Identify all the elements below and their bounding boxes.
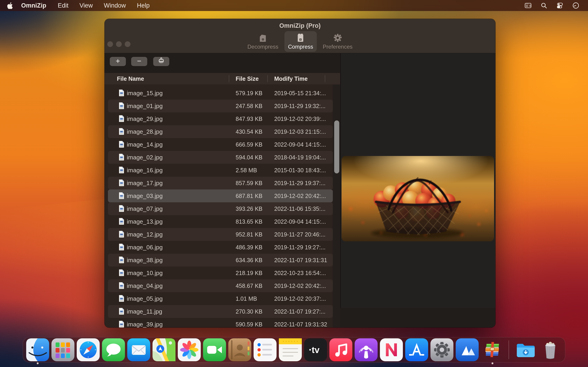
menu-item-view[interactable]: View	[74, 2, 98, 9]
file-row[interactable]: image_11.jpg270.30 KB2022-11-07 19:27:..…	[108, 305, 333, 318]
clear-list-button[interactable]	[153, 57, 169, 66]
tab-compress[interactable]: Compress	[284, 31, 317, 52]
remove-files-button[interactable]: −	[131, 57, 147, 66]
jpeg-file-icon	[119, 153, 124, 161]
file-modify-time: 2019-11-27 20:46:...	[274, 228, 326, 241]
file-row[interactable]: image_16.jpg2.58 MB2015-01-30 18:43:...	[108, 164, 333, 177]
control-center-icon[interactable]	[556, 2, 563, 9]
column-header-modify-time[interactable]: Modify Time	[274, 75, 308, 82]
jpeg-file-icon	[119, 282, 124, 289]
zoom-button[interactable]	[125, 41, 130, 47]
dock-icon-photos[interactable]	[178, 338, 201, 361]
dock-icon-trash[interactable]	[539, 338, 562, 361]
window-switcher-icon[interactable]	[525, 2, 531, 9]
close-button[interactable]	[107, 41, 113, 47]
dock-icon-news[interactable]	[380, 338, 403, 361]
file-row[interactable]: image_04.jpg458.67 KB2019-12-02 20:42:..…	[108, 279, 333, 292]
dock-icon-maps[interactable]	[153, 338, 175, 361]
dock-icon-facetime[interactable]	[203, 338, 226, 361]
dock-icon-messages[interactable]	[102, 338, 125, 361]
menu-item-window[interactable]: Window	[98, 2, 131, 9]
jpeg-file-icon	[119, 192, 124, 199]
dock-icon-contacts[interactable]	[228, 338, 251, 361]
file-row[interactable]: image_15.jpg579.19 KB2019-05-15 21:34:..…	[108, 87, 333, 100]
file-modify-time: 2022-09-04 14:15:...	[274, 138, 326, 151]
file-modify-time: 2022-11-07 19:31:32	[274, 318, 327, 327]
file-name: image_10.jpg	[127, 267, 163, 279]
jpeg-file-icon	[119, 115, 124, 122]
file-row[interactable]: image_01.jpg247.58 KB2019-11-29 19:32:..…	[108, 100, 333, 112]
file-name: image_13.jpg	[127, 215, 163, 228]
file-row[interactable]: image_14.jpg666.59 KB2022-09-04 14:15:..…	[108, 138, 333, 151]
dock-icon-tv[interactable]: tv	[304, 338, 327, 361]
file-row[interactable]: image_02.jpg594.04 KB2018-04-19 19:04:..…	[108, 151, 333, 164]
dock-icon-music[interactable]	[329, 338, 352, 361]
dock-icon-downloads[interactable]	[514, 338, 536, 361]
dock-icon-safari[interactable]	[77, 338, 100, 361]
search-icon[interactable]	[541, 2, 547, 9]
dock-icon-finder[interactable]	[26, 338, 49, 361]
dock-icon-reminders[interactable]	[254, 338, 277, 361]
column-header-file-size[interactable]: File Size	[236, 75, 259, 82]
file-name: image_02.jpg	[127, 151, 163, 164]
file-modify-time: 2022-11-06 15:35:...	[274, 202, 326, 215]
dock-icon-mountain[interactable]	[456, 338, 479, 361]
column-divider[interactable]	[229, 75, 229, 82]
file-name: image_28.jpg	[127, 125, 163, 138]
file-name: image_39.jpg	[127, 318, 163, 327]
jpeg-file-icon	[119, 308, 124, 315]
jpeg-file-icon	[119, 102, 124, 109]
clock-icon[interactable]	[572, 2, 579, 9]
menu-item-omnizip[interactable]: OmniZip	[15, 2, 52, 9]
file-row[interactable]: image_38.jpg634.36 KB2022-11-07 19:31:31	[108, 254, 333, 267]
dock-icon-launchpad[interactable]	[52, 338, 74, 361]
jpeg-file-icon	[119, 179, 124, 186]
column-divider[interactable]	[267, 75, 268, 82]
file-name: image_03.jpg	[127, 190, 163, 202]
menu-status-icons	[525, 2, 588, 9]
add-files-button[interactable]: +	[110, 57, 126, 66]
file-size: 486.39 KB	[236, 241, 262, 254]
jpeg-file-icon	[119, 320, 124, 327]
file-size: 594.04 KB	[236, 151, 262, 164]
file-row[interactable]: image_10.jpg218.19 KB2022-10-23 16:54:..…	[108, 267, 333, 279]
scrollbar-thumb[interactable]	[334, 120, 339, 173]
dock-icon-settings[interactable]	[431, 338, 453, 361]
file-size: 247.58 KB	[236, 100, 262, 112]
file-list: image_15.jpg579.19 KB2019-05-15 21:34:..…	[104, 84, 340, 327]
file-row[interactable]: image_06.jpg486.39 KB2019-11-29 19:27:..…	[108, 241, 333, 254]
file-modify-time: 2019-11-29 19:32:...	[274, 100, 326, 112]
file-name: image_12.jpg	[127, 228, 163, 241]
dock-icon-mail[interactable]	[127, 338, 150, 361]
file-row[interactable]: image_07.jpg393.26 KB2022-11-06 15:35:..…	[108, 202, 333, 215]
file-size: 847.93 KB	[236, 112, 262, 125]
file-size: 1.01 MB	[236, 292, 257, 305]
menu-item-help[interactable]: Help	[131, 2, 155, 9]
dock-icon-podcasts[interactable]	[355, 338, 378, 361]
column-header-file-name[interactable]: File Name	[117, 75, 144, 82]
jpeg-file-icon	[119, 128, 124, 135]
file-row[interactable]: image_13.jpg813.65 KB2022-09-04 14:15:..…	[108, 215, 333, 228]
dock-icon-notes[interactable]	[279, 338, 302, 361]
menu-item-edit[interactable]: Edit	[52, 2, 74, 9]
minimize-button[interactable]	[116, 41, 122, 47]
column-divider[interactable]	[325, 75, 325, 82]
file-modify-time: 2019-11-29 19:37:...	[274, 177, 326, 190]
file-size: 634.36 KB	[236, 254, 262, 267]
file-row[interactable]: image_28.jpg430.54 KB2019-12-03 21:15:..…	[108, 125, 333, 138]
dock-icon-appstore[interactable]	[405, 338, 428, 361]
file-row[interactable]: image_39.jpg590.59 KB2022-11-07 19:31:32	[108, 318, 333, 327]
file-row[interactable]: image_29.jpg847.93 KB2019-12-02 20:39:..…	[108, 112, 333, 125]
file-row[interactable]: image_12.jpg952.81 KB2019-11-27 20:46:..…	[108, 228, 333, 241]
file-row[interactable]: image_17.jpg857.59 KB2019-11-29 19:37:..…	[108, 177, 333, 190]
file-name: image_05.jpg	[127, 292, 163, 305]
jpeg-file-icon	[119, 141, 124, 148]
apple-menu-icon[interactable]	[7, 2, 13, 9]
file-row[interactable]: image_03.jpg687.81 KB2019-12-02 20:42:..…	[108, 190, 333, 202]
window-title: OmniZip (Pro)	[104, 22, 495, 29]
tab-preferences[interactable]: Preferences	[319, 31, 356, 52]
tab-decompress[interactable]: Decompress	[244, 31, 282, 52]
dock-icon-omnizip[interactable]	[481, 338, 504, 361]
file-size: 2.58 MB	[236, 164, 257, 177]
file-row[interactable]: image_05.jpg1.01 MB2019-12-02 20:37:...	[108, 292, 333, 305]
